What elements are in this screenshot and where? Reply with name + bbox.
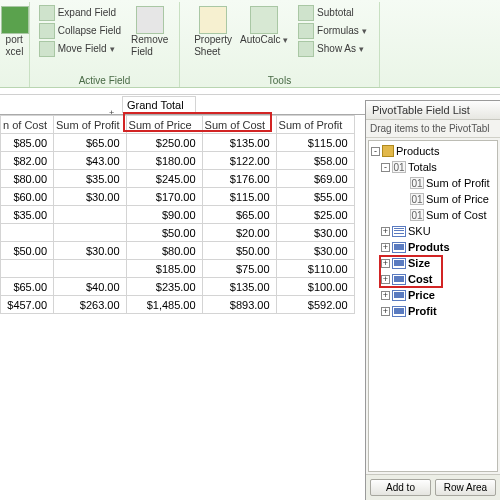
tree-node[interactable]: +SKU xyxy=(371,223,495,239)
table-cell[interactable]: $170.00 xyxy=(126,188,202,206)
column-header[interactable]: n of Cost xyxy=(1,116,54,134)
table-cell[interactable]: $20.00 xyxy=(202,224,276,242)
expander-icon[interactable]: + xyxy=(381,243,390,252)
table-cell[interactable]: $50.00 xyxy=(202,242,276,260)
tree-node[interactable]: -01Totals xyxy=(371,159,495,175)
table-cell[interactable]: $69.00 xyxy=(276,170,354,188)
table-cell[interactable]: $65.00 xyxy=(54,134,127,152)
tree-node[interactable]: +Produts xyxy=(371,239,495,255)
column-header[interactable]: Sum of Price xyxy=(126,116,202,134)
column-header[interactable]: Sum of Profit xyxy=(54,116,127,134)
table-cell[interactable] xyxy=(1,260,54,278)
expander-icon[interactable]: + xyxy=(381,259,390,268)
table-cell[interactable]: $30.00 xyxy=(54,242,127,260)
table-cell[interactable]: $75.00 xyxy=(202,260,276,278)
table-cell[interactable]: $82.00 xyxy=(1,152,54,170)
table-cell[interactable]: $110.00 xyxy=(276,260,354,278)
remove-field-button[interactable]: Remove Field xyxy=(127,4,172,60)
grand-total-header[interactable]: Grand Total xyxy=(122,96,196,113)
table-cell[interactable]: $58.00 xyxy=(276,152,354,170)
table-cell[interactable]: $100.00 xyxy=(276,278,354,296)
table-row[interactable]: $80.00$35.00$245.00$176.00$69.00 xyxy=(1,170,355,188)
row-area-button[interactable]: Row Area xyxy=(435,479,496,496)
table-cell[interactable]: $65.00 xyxy=(202,206,276,224)
table-row[interactable]: $50.00$30.00$80.00$50.00$30.00 xyxy=(1,242,355,260)
table-cell[interactable]: $55.00 xyxy=(276,188,354,206)
table-cell[interactable]: $235.00 xyxy=(126,278,202,296)
export-excel-button[interactable]: port xcel xyxy=(0,4,33,60)
property-sheet-button[interactable]: Property Sheet xyxy=(190,4,236,60)
table-cell[interactable]: $893.00 xyxy=(202,296,276,314)
tree-node[interactable]: +Price xyxy=(371,287,495,303)
table-cell[interactable]: $457.00 xyxy=(1,296,54,314)
table-cell[interactable]: $80.00 xyxy=(126,242,202,260)
table-cell[interactable]: $80.00 xyxy=(1,170,54,188)
add-to-button[interactable]: Add to xyxy=(370,479,431,496)
table-row[interactable]: $82.00$43.00$180.00$122.00$58.00 xyxy=(1,152,355,170)
table-cell[interactable]: $135.00 xyxy=(202,278,276,296)
show-as-button[interactable]: Show As xyxy=(296,40,369,58)
table-cell[interactable]: $176.00 xyxy=(202,170,276,188)
tree-label: Totals xyxy=(408,161,437,173)
table-cell[interactable]: $592.00 xyxy=(276,296,354,314)
table-cell[interactable] xyxy=(54,206,127,224)
table-cell[interactable]: $250.00 xyxy=(126,134,202,152)
collapse-field-button[interactable]: Collapse Field xyxy=(37,22,123,40)
table-cell[interactable]: $35.00 xyxy=(54,170,127,188)
table-cell[interactable]: $65.00 xyxy=(1,278,54,296)
table-cell[interactable]: $43.00 xyxy=(54,152,127,170)
table-row[interactable]: $457.00$263.00$1,485.00$893.00$592.00 xyxy=(1,296,355,314)
table-cell[interactable]: $30.00 xyxy=(54,188,127,206)
tree-node[interactable]: 01Sum of Profit xyxy=(371,175,495,191)
column-header[interactable]: Sum of Cost xyxy=(202,116,276,134)
table-cell[interactable]: $263.00 xyxy=(54,296,127,314)
table-cell[interactable]: $40.00 xyxy=(54,278,127,296)
tree-node[interactable]: 01Sum of Price xyxy=(371,191,495,207)
table-cell[interactable]: $115.00 xyxy=(276,134,354,152)
table-cell[interactable]: $1,485.00 xyxy=(126,296,202,314)
table-cell[interactable]: $35.00 xyxy=(1,206,54,224)
formulas-button[interactable]: Formulas xyxy=(296,22,369,40)
tree-node[interactable]: 01Sum of Cost xyxy=(371,207,495,223)
table-row[interactable]: $185.00$75.00$110.00 xyxy=(1,260,355,278)
autocalc-button[interactable]: AutoCalc xyxy=(236,4,292,60)
table-row[interactable]: $35.00$90.00$65.00$25.00 xyxy=(1,206,355,224)
table-cell[interactable]: $50.00 xyxy=(126,224,202,242)
subtotal-button[interactable]: Subtotal xyxy=(296,4,369,22)
expander-icon[interactable]: - xyxy=(371,147,380,156)
table-cell[interactable]: $90.00 xyxy=(126,206,202,224)
table-row[interactable]: $50.00$20.00$30.00 xyxy=(1,224,355,242)
table-cell[interactable] xyxy=(1,224,54,242)
tree-node[interactable]: +Cost xyxy=(371,271,495,287)
table-row[interactable]: $60.00$30.00$170.00$115.00$55.00 xyxy=(1,188,355,206)
table-cell[interactable]: $115.00 xyxy=(202,188,276,206)
table-cell[interactable] xyxy=(54,260,127,278)
pivot-table[interactable]: n of CostSum of ProfitSum of PriceSum of… xyxy=(0,115,355,314)
table-cell[interactable]: $245.00 xyxy=(126,170,202,188)
table-cell[interactable]: $185.00 xyxy=(126,260,202,278)
table-cell[interactable]: $25.00 xyxy=(276,206,354,224)
tree-node[interactable]: +Size xyxy=(371,255,495,271)
expand-field-button[interactable]: Expand Field xyxy=(37,4,123,22)
expander-icon[interactable]: + xyxy=(381,291,390,300)
move-field-button[interactable]: Move Field xyxy=(37,40,123,58)
table-cell[interactable]: $180.00 xyxy=(126,152,202,170)
column-header[interactable]: Sum of Profit xyxy=(276,116,354,134)
table-row[interactable]: $65.00$40.00$235.00$135.00$100.00 xyxy=(1,278,355,296)
table-cell[interactable]: $122.00 xyxy=(202,152,276,170)
expander-icon[interactable]: - xyxy=(381,163,390,172)
table-cell[interactable]: $30.00 xyxy=(276,242,354,260)
expander-icon[interactable]: + xyxy=(381,275,390,284)
tree-node[interactable]: +Profit xyxy=(371,303,495,319)
table-cell[interactable]: $135.00 xyxy=(202,134,276,152)
tree-node[interactable]: -Products xyxy=(371,143,495,159)
expander-icon[interactable]: + xyxy=(381,307,390,316)
table-cell[interactable]: $30.00 xyxy=(276,224,354,242)
expander-icon[interactable]: + xyxy=(381,227,390,236)
table-row[interactable]: $85.00$65.00$250.00$135.00$115.00 xyxy=(1,134,355,152)
table-cell[interactable]: $60.00 xyxy=(1,188,54,206)
table-cell[interactable]: $50.00 xyxy=(1,242,54,260)
table-cell[interactable] xyxy=(54,224,127,242)
table-cell[interactable]: $85.00 xyxy=(1,134,54,152)
field-tree[interactable]: -Products-01Totals01Sum of Profit01Sum o… xyxy=(368,140,498,472)
